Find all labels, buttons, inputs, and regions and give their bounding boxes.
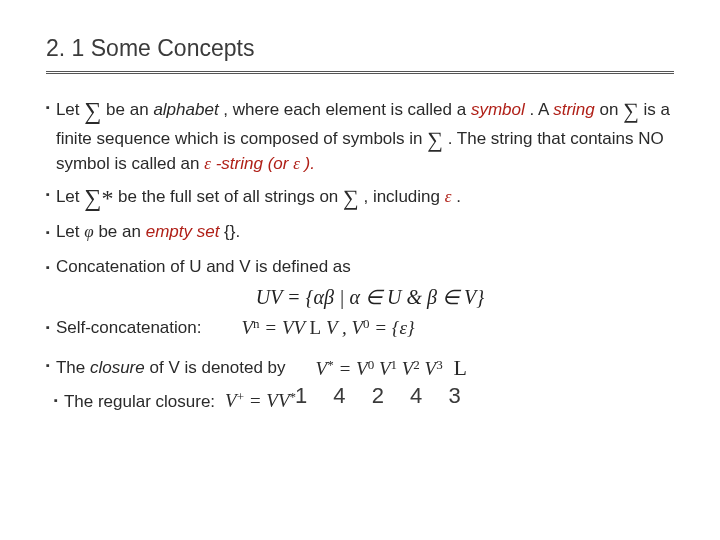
formula: UV = {αβ | α ∈ U & β ∈ V} (256, 285, 484, 310)
bullet-text: Concatenation of U and V is defined as (56, 256, 674, 277)
phi-symbol: φ (84, 222, 93, 241)
sym: V (225, 390, 237, 411)
bullet-text: Let ∑* be the full set of all strings on… (56, 183, 674, 213)
bullet-empty-set: ▪ Let φ be an empty set {}. (46, 221, 674, 242)
term-alphabet: alphabet (153, 100, 218, 119)
text: of V is denoted by (149, 358, 285, 377)
sigma-symbol: ∑ (623, 97, 639, 125)
bullet-mark-icon: ▪ (46, 101, 50, 175)
sup: * (327, 357, 334, 372)
formula-self-concat: Vn = VV L V , V0 = {ε} (241, 316, 414, 340)
sup: 1 (390, 357, 397, 372)
epsilon-symbol: ε (293, 154, 300, 173)
sym: V (241, 317, 253, 338)
sup: 3 (436, 357, 443, 372)
bullet-alphabet: ▪ Let ∑ be an alphabet , where each elem… (46, 96, 674, 175)
text: . A (530, 100, 554, 119)
bullet-sigma-star: ▪ Let ∑* be the full set of all strings … (46, 183, 674, 213)
text: be an (106, 100, 153, 119)
text: ). (305, 154, 315, 173)
sym: V (316, 358, 328, 379)
sym: = VV (249, 390, 290, 411)
sym: V (402, 358, 414, 379)
sym: = {ε} (374, 317, 414, 338)
bullet-list: ▪ Let ∑ be an alphabet , where each elem… (46, 96, 674, 413)
sym: = V (338, 358, 367, 379)
bullet-mark-icon: ▪ (46, 321, 50, 340)
text: The closure of V is denoted by (56, 357, 286, 378)
section-title: 2. 1 Some Concepts (46, 34, 674, 69)
sym: V (425, 358, 437, 379)
text: Let (56, 187, 84, 206)
sym: L (310, 317, 322, 338)
sup: + (237, 389, 244, 404)
text: . (456, 187, 461, 206)
sup: n (253, 316, 260, 331)
bullet-text: The closure of V is denoted by V* = V0 V… (56, 354, 674, 382)
text: on (599, 100, 623, 119)
bullet-closure: ▪ The closure of V is denoted by V* = V0… (46, 354, 674, 382)
sym: V (379, 358, 391, 379)
bullet-mark-icon: ▪ (46, 359, 50, 382)
epsilon-symbol: ε (204, 154, 211, 173)
bullet-concatenation: ▪ Concatenation of U and V is defined as (46, 256, 674, 277)
slide: 2. 1 Some Concepts ▪ Let ∑ be an alphabe… (0, 0, 720, 540)
bullet-text: Self-concatenation: Vn = VV L V , V0 = {… (56, 316, 674, 340)
sigma-symbol: ∑ (427, 126, 443, 154)
sigma-symbol: ∑ (84, 96, 101, 126)
formula-concatenation: UV = {αβ | α ∈ U & β ∈ V} (46, 285, 674, 310)
text: , where each element is called a (223, 100, 471, 119)
sup: 0 (368, 357, 375, 372)
sym: L (453, 355, 466, 380)
formula-closure: V* = V0 V1 V2 V3 L (316, 354, 467, 382)
text: The regular closure: (64, 391, 215, 412)
text: Let (56, 222, 84, 241)
bullet-mark-icon: ▪ (46, 226, 50, 242)
overlay-numbers: 1 4 2 4 3 (295, 382, 471, 410)
term-eps-string: -string (or (216, 154, 293, 173)
epsilon-symbol: ε (445, 187, 452, 206)
sup: 0 (363, 316, 370, 331)
text: {}. (224, 222, 240, 241)
text: Let (56, 100, 84, 119)
sup: 2 (413, 357, 420, 372)
formula-regular-closure: V+ = VV* (225, 389, 296, 413)
bullet-text: Let ∑ be an alphabet , where each elemen… (56, 96, 674, 175)
text: be the full set of all strings on (118, 187, 343, 206)
term-empty-set: empty set (146, 222, 220, 241)
bullet-mark-icon: ▪ (46, 188, 50, 213)
text: be an (98, 222, 145, 241)
sym: V (326, 317, 337, 338)
bullet-mark-icon: ▪ (46, 261, 50, 277)
sym: , V (342, 317, 363, 338)
text: , including (363, 187, 444, 206)
text: Self-concatenation: (56, 317, 202, 338)
text: The (56, 358, 90, 377)
bullet-text: Let φ be an empty set {}. (56, 221, 674, 242)
term-closure: closure (90, 358, 145, 377)
term-symbol: symbol (471, 100, 525, 119)
title-rule (46, 71, 674, 78)
sigma-star-symbol: ∑* (84, 183, 113, 213)
sigma-symbol: ∑ (343, 184, 359, 212)
term-string: string (553, 100, 595, 119)
sym: = VV (264, 317, 304, 338)
bullet-mark-icon: ▪ (54, 394, 58, 413)
bullet-self-concat: ▪ Self-concatenation: Vn = VV L V , V0 =… (46, 316, 674, 340)
